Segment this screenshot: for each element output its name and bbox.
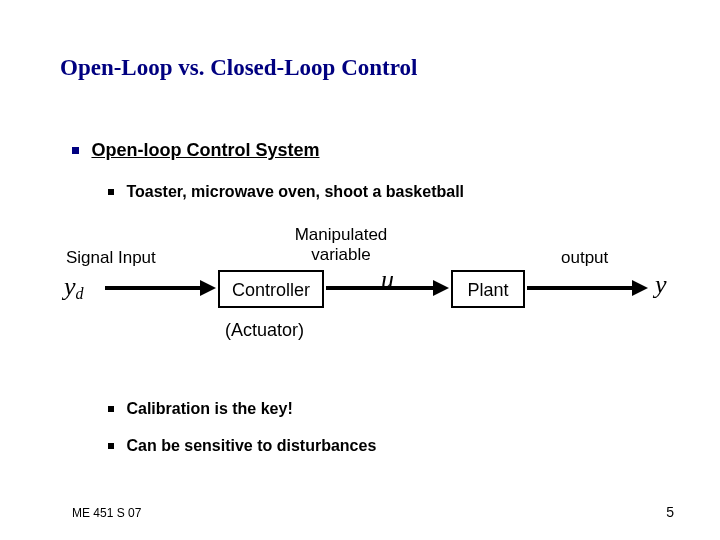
output-label: output	[561, 248, 608, 268]
bullet-examples: Toaster, microwave oven, shoot a basketb…	[108, 183, 464, 201]
bullet-sub1-text: Toaster, microwave oven, shoot a basketb…	[126, 183, 464, 200]
var-yd-base: y	[64, 272, 76, 301]
plant-block: Plant	[451, 270, 525, 308]
footer-page-number: 5	[666, 504, 674, 520]
bullet-sensitive: Can be sensitive to disturbances	[108, 437, 376, 455]
bullet-sub2-text: Calibration is the key!	[126, 400, 292, 417]
bullet-open-loop: Open-loop Control System	[72, 140, 319, 161]
arrow-head-icon	[433, 280, 449, 296]
arrow-line-icon	[105, 286, 203, 290]
var-u: u	[381, 265, 394, 295]
manipulated-line1: Manipulated	[295, 225, 388, 244]
arrow-line-icon	[527, 286, 635, 290]
var-yd: yd	[64, 272, 84, 303]
var-y: y	[655, 270, 667, 300]
controller-block: Controller	[218, 270, 324, 308]
arrow-head-icon	[632, 280, 648, 296]
plant-text: Plant	[467, 280, 508, 300]
controller-text: Controller	[232, 280, 310, 300]
actuator-label: (Actuator)	[225, 320, 304, 341]
slide: Open-Loop vs. Closed-Loop Control Open-l…	[0, 0, 720, 540]
square-bullet-icon	[108, 443, 114, 449]
footer-course: ME 451 S 07	[72, 506, 141, 520]
var-yd-sub: d	[76, 285, 84, 302]
arrow-head-icon	[200, 280, 216, 296]
manipulated-variable-label: Manipulated variable	[281, 225, 401, 264]
square-bullet-icon	[72, 147, 79, 154]
manipulated-line2: variable	[311, 245, 371, 264]
square-bullet-icon	[108, 189, 114, 195]
bullet-main-text: Open-loop Control System	[91, 140, 319, 160]
bullet-calibration: Calibration is the key!	[108, 400, 293, 418]
signal-input-label: Signal Input	[66, 248, 156, 268]
square-bullet-icon	[108, 406, 114, 412]
slide-title: Open-Loop vs. Closed-Loop Control	[60, 55, 417, 81]
bullet-sub3-text: Can be sensitive to disturbances	[126, 437, 376, 454]
